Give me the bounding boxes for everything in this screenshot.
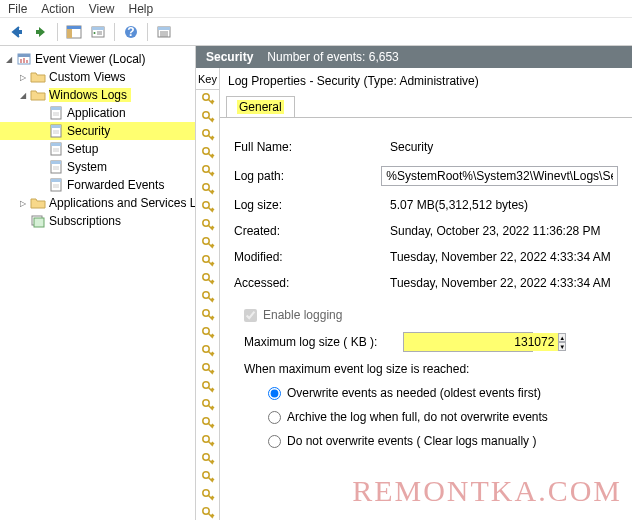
tree-label: Custom Views [49, 70, 125, 84]
event-row-key-icon[interactable] [196, 234, 219, 252]
tree-apps-services-logs[interactable]: ▷ Applications and Services Lo [0, 194, 195, 212]
created-value: Sunday, October 23, 2022 11:36:28 PM [390, 224, 618, 238]
forward-button[interactable] [30, 21, 52, 43]
key-icon [201, 362, 215, 376]
event-row-key-icon[interactable] [196, 198, 219, 216]
event-row-key-icon[interactable] [196, 306, 219, 324]
enable-logging-label: Enable logging [263, 308, 342, 322]
key-icon [201, 164, 215, 178]
max-size-input[interactable] [404, 333, 558, 351]
event-row-key-icon[interactable] [196, 144, 219, 162]
tree-label: Windows Logs [49, 88, 131, 102]
svg-rect-2 [67, 26, 81, 29]
event-row-key-icon[interactable] [196, 504, 219, 520]
event-row-key-icon[interactable] [196, 468, 219, 486]
collapse-icon[interactable]: ◢ [16, 89, 29, 102]
back-button[interactable] [6, 21, 28, 43]
event-row-key-icon[interactable] [196, 216, 219, 234]
radio-overwrite[interactable] [268, 387, 281, 400]
svg-point-43 [202, 112, 208, 118]
event-row-key-icon[interactable] [196, 126, 219, 144]
svg-point-50 [202, 238, 208, 244]
radio-archive[interactable] [268, 411, 281, 424]
svg-point-59 [202, 400, 208, 406]
collapse-icon[interactable]: ◢ [2, 53, 15, 66]
svg-point-52 [202, 274, 208, 280]
event-row-key-icon[interactable] [196, 180, 219, 198]
toolbar-divider [57, 23, 58, 41]
log-path-input[interactable] [381, 166, 618, 186]
event-row-key-icon[interactable] [196, 270, 219, 288]
spin-up-button[interactable]: ▲ [558, 333, 566, 342]
key-column-header[interactable]: Key [196, 68, 219, 90]
tree-root[interactable]: ◢ Event Viewer (Local) [0, 50, 195, 68]
menu-action[interactable]: Action [41, 2, 74, 16]
svg-text:?: ? [127, 25, 134, 39]
content-title: Security [206, 50, 253, 64]
svg-point-65 [202, 508, 208, 514]
event-row-key-icon[interactable] [196, 90, 219, 108]
event-row-key-icon[interactable] [196, 324, 219, 342]
key-column: Key [196, 68, 220, 520]
event-row-key-icon[interactable] [196, 414, 219, 432]
svg-point-51 [202, 256, 208, 262]
toolbar-divider [147, 23, 148, 41]
tab-general[interactable]: General [226, 96, 295, 117]
radio-donot[interactable] [268, 435, 281, 448]
menu-view[interactable]: View [89, 2, 115, 16]
event-row-key-icon[interactable] [196, 108, 219, 126]
event-row-key-icon[interactable] [196, 396, 219, 414]
event-row-key-icon[interactable] [196, 432, 219, 450]
svg-point-64 [202, 490, 208, 496]
key-icon [201, 272, 215, 286]
tree-label: Forwarded Events [67, 178, 164, 192]
panel-icon [66, 25, 82, 39]
enable-logging-checkbox [244, 309, 257, 322]
tree-system[interactable]: System [0, 158, 195, 176]
svg-point-57 [202, 364, 208, 370]
toolbar: ? [0, 18, 632, 46]
spin-down-button[interactable]: ▼ [558, 342, 566, 351]
key-icon [201, 470, 215, 484]
tree-windows-logs[interactable]: ◢ Windows Logs [0, 86, 195, 104]
key-icon [201, 218, 215, 232]
tree-application[interactable]: Application [0, 104, 195, 122]
svg-point-58 [202, 382, 208, 388]
menu-help[interactable]: Help [129, 2, 154, 16]
expand-icon[interactable]: ▷ [16, 71, 29, 84]
tree-forwarded-events[interactable]: Forwarded Events [0, 176, 195, 194]
tree-custom-views[interactable]: ▷ Custom Views [0, 68, 195, 86]
properties-button[interactable] [87, 21, 109, 43]
key-icon [201, 254, 215, 268]
event-row-key-icon[interactable] [196, 450, 219, 468]
svg-rect-37 [51, 179, 61, 182]
tree-security[interactable]: Security [0, 122, 195, 140]
key-icon [201, 398, 215, 412]
event-row-key-icon[interactable] [196, 288, 219, 306]
key-icon [201, 200, 215, 214]
menu-file[interactable]: File [8, 2, 27, 16]
show-hide-console-tree-button[interactable] [63, 21, 85, 43]
event-row-key-icon[interactable] [196, 342, 219, 360]
svg-rect-19 [26, 60, 28, 63]
key-icon [201, 146, 215, 160]
key-icon [201, 236, 215, 250]
general-tab-panel: Full Name: Security Log path: Log size: … [220, 117, 632, 468]
accessed-label: Accessed: [234, 276, 390, 290]
tree-root-label: Event Viewer (Local) [35, 52, 146, 66]
log-icon [48, 123, 64, 139]
event-row-key-icon[interactable] [196, 252, 219, 270]
tree-setup[interactable]: Setup [0, 140, 195, 158]
event-row-key-icon[interactable] [196, 378, 219, 396]
event-row-key-icon[interactable] [196, 360, 219, 378]
tree-subscriptions[interactable]: Subscriptions [0, 212, 195, 230]
key-icon [201, 182, 215, 196]
key-icon [201, 344, 215, 358]
expand-icon[interactable]: ▷ [16, 197, 29, 210]
refresh-button[interactable] [153, 21, 175, 43]
arrow-right-icon [34, 25, 48, 39]
event-row-key-icon[interactable] [196, 162, 219, 180]
menu-bar: File Action View Help [0, 0, 632, 18]
event-row-key-icon[interactable] [196, 486, 219, 504]
help-button[interactable]: ? [120, 21, 142, 43]
